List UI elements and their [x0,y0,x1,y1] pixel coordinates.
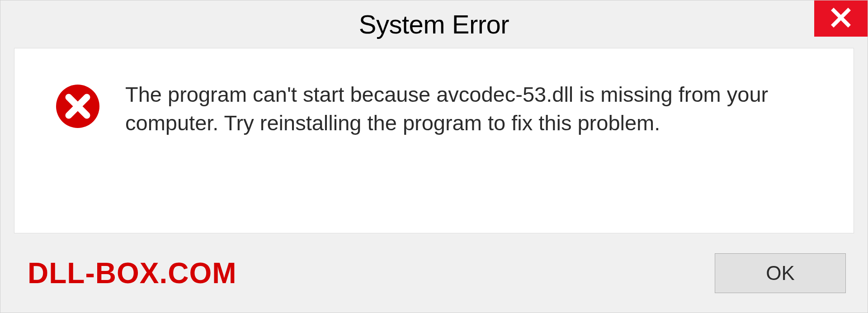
window-title: System Error [359,9,509,39]
titlebar: System Error [0,0,868,48]
ok-button-label: OK [766,262,795,285]
dialog-footer: DLL-BOX.COM OK [0,233,868,313]
close-icon [830,7,852,30]
error-icon [55,84,100,129]
close-button[interactable] [814,0,868,37]
ok-button[interactable]: OK [715,253,846,293]
watermark-text: DLL-BOX.COM [28,256,237,290]
error-dialog: System Error The program can't start bec… [0,0,868,313]
error-message: The program can't start because avcodec-… [125,80,826,138]
content-area: The program can't start because avcodec-… [14,48,854,233]
